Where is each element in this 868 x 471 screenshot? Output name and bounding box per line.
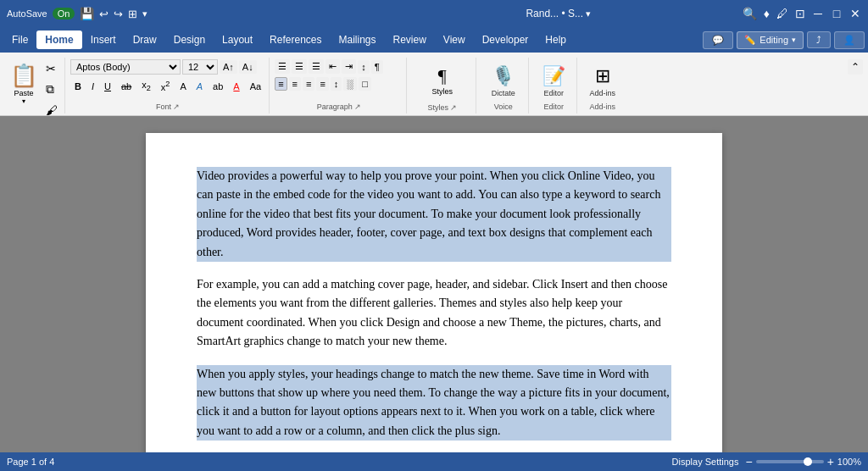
menu-developer[interactable]: Developer xyxy=(474,30,537,49)
voice-group: 🎙️ Dictate Voice xyxy=(478,58,529,114)
paragraph-expand-btn[interactable]: ↗ xyxy=(354,103,361,111)
more-commands-icon[interactable]: ▾ xyxy=(142,8,147,19)
paste-icon: 📋 xyxy=(10,63,37,89)
paragraph-2: For example, you can add a matching cove… xyxy=(197,275,671,352)
font-group: Aptos (Body) 12 A↑ A↓ B I U ab x2 x2 A xyxy=(67,58,270,114)
font-family-select[interactable]: Aptos (Body) xyxy=(70,59,181,75)
italic-button[interactable]: I xyxy=(87,80,98,93)
paste-button[interactable]: 📋 Paste ▾ xyxy=(7,59,41,108)
comment-icon: 💬 xyxy=(712,35,724,46)
menu-layout[interactable]: Layout xyxy=(214,30,261,49)
layout-icon[interactable]: ⊞ xyxy=(128,8,137,20)
zoom-minus-button[interactable]: − xyxy=(745,455,752,468)
window-layout-icon[interactable]: ⊡ xyxy=(795,7,805,20)
menu-references[interactable]: References xyxy=(261,30,330,49)
styles-group: ¶ Styles Styles ↗ xyxy=(409,58,476,114)
show-formatting-button[interactable]: ¶ xyxy=(371,60,383,74)
subscript-button[interactable]: x2 xyxy=(137,78,155,94)
autosave-toggle[interactable]: On xyxy=(53,8,75,19)
dictate-button[interactable]: 🎙️ Dictate xyxy=(485,61,522,102)
redo-icon[interactable]: ↪ xyxy=(114,8,123,20)
autosave-label: AutoSave xyxy=(7,8,47,19)
bold-button[interactable]: B xyxy=(70,80,86,93)
zoom-slider[interactable] xyxy=(756,460,824,463)
menu-review[interactable]: Review xyxy=(385,30,435,49)
maximize-btn[interactable]: □ xyxy=(831,8,843,19)
clear-formatting-button[interactable]: A xyxy=(175,80,190,93)
shading-button[interactable]: ░ xyxy=(343,77,357,91)
underline-button[interactable]: U xyxy=(100,80,115,93)
font-size-select[interactable]: 12 xyxy=(182,59,218,75)
pencil-icon: ✏️ xyxy=(744,35,756,46)
multilevel-list-button[interactable]: ☰ xyxy=(309,59,324,74)
align-center-button[interactable]: ≡ xyxy=(289,77,301,91)
font-color-button[interactable]: A xyxy=(229,80,243,93)
menu-view[interactable]: View xyxy=(435,30,474,49)
zoom-plus-button[interactable]: + xyxy=(827,455,834,468)
save-icon[interactable]: 💾 xyxy=(80,7,94,20)
collapse-ribbon-button[interactable]: ⌃ xyxy=(848,59,863,75)
display-settings-button[interactable]: Display Settings xyxy=(672,457,739,467)
decrease-font-size-btn[interactable]: A↓ xyxy=(239,60,257,74)
main-area: Video provides a powerful way to help yo… xyxy=(0,116,868,452)
styles-expand-btn[interactable]: ↗ xyxy=(450,103,457,112)
justify-button[interactable]: ≡ xyxy=(316,77,328,91)
status-bar: Page 1 of 4 Display Settings − + 100% xyxy=(0,452,868,471)
editing-mode-button[interactable]: ✏️ Editing ▾ xyxy=(737,31,804,49)
menu-file[interactable]: File xyxy=(3,30,36,49)
menu-insert[interactable]: Insert xyxy=(82,30,125,49)
font-expand-btn[interactable]: ↗ xyxy=(173,103,180,111)
addins-icon: ⊞ xyxy=(595,65,610,87)
chevron-down-icon: ▾ xyxy=(792,36,796,44)
microphone-icon: 🎙️ xyxy=(492,65,515,87)
menu-draw[interactable]: Draw xyxy=(125,30,165,49)
document-scroll-area[interactable]: Video provides a powerful way to help yo… xyxy=(0,116,868,452)
zoom-thumb xyxy=(804,457,812,466)
increase-indent-button[interactable]: ⇥ xyxy=(342,59,356,74)
menu-mailings[interactable]: Mailings xyxy=(330,30,384,49)
close-btn[interactable]: ✕ xyxy=(849,8,861,19)
cut-button[interactable]: ✂ xyxy=(42,59,61,78)
decrease-indent-button[interactable]: ⇤ xyxy=(326,59,340,74)
editor-button[interactable]: 📝 Editor xyxy=(535,61,572,102)
ribbon: 📋 Paste ▾ ✂ ⧉ 🖌 Clipboard ↗ A xyxy=(0,53,868,116)
styles-gallery-button[interactable]: ¶ Styles xyxy=(419,61,466,100)
text-effects-button[interactable]: A xyxy=(192,80,207,93)
align-left-button[interactable]: ≡ xyxy=(275,77,287,91)
undo-icon[interactable]: ↩ xyxy=(99,8,108,20)
share-button[interactable]: ⤴ xyxy=(807,31,831,48)
menu-design[interactable]: Design xyxy=(165,30,214,49)
minimize-btn[interactable]: ─ xyxy=(812,8,824,19)
menu-bar-right: 💬 ✏️ Editing ▾ ⤴ 👤 xyxy=(703,31,865,49)
bullets-button[interactable]: ☰ xyxy=(275,59,290,74)
user-profile-button[interactable]: 👤 xyxy=(834,31,865,49)
clipboard-group: 📋 Paste ▾ ✂ ⧉ 🖌 Clipboard ↗ xyxy=(3,58,65,114)
title-bar: AutoSave On 💾 ↩ ↪ ⊞ ▾ Rand... • S... ▾ 🔍… xyxy=(0,0,868,27)
menu-help[interactable]: Help xyxy=(537,30,575,49)
addins-button[interactable]: ⊞ Add-ins xyxy=(583,61,621,102)
copy-button[interactable]: ⧉ xyxy=(42,80,61,99)
user-icon: 👤 xyxy=(843,35,855,46)
comment-button[interactable]: 💬 xyxy=(703,31,733,49)
line-spacing-button[interactable]: ↕ xyxy=(331,77,342,91)
increase-font-size-btn[interactable]: A↑ xyxy=(220,60,237,74)
document-title: Rand... • S... ▾ xyxy=(375,8,743,19)
superscript-button[interactable]: x2 xyxy=(157,78,175,94)
menu-home[interactable]: Home xyxy=(36,30,81,49)
text-highlight-button[interactable]: ab xyxy=(209,80,227,93)
editor-group: 📝 Editor Editor xyxy=(531,58,577,114)
title-bar-left: AutoSave On 💾 ↩ ↪ ⊞ ▾ xyxy=(7,7,375,20)
zoom-level[interactable]: 100% xyxy=(837,457,861,467)
strikethrough-button[interactable]: ab xyxy=(117,80,136,93)
change-case-button[interactable]: Aa xyxy=(246,80,265,93)
pen-icon[interactable]: 🖊 xyxy=(776,7,788,20)
diamond-icon[interactable]: ♦ xyxy=(764,7,770,20)
align-right-button[interactable]: ≡ xyxy=(303,77,314,91)
borders-button[interactable]: □ xyxy=(359,77,371,91)
numbering-button[interactable]: ☰ xyxy=(292,59,307,74)
paragraph-group: ☰ ☰ ☰ ⇤ ⇥ ↕ ¶ ≡ ≡ ≡ ≡ ↕ ░ □ xyxy=(271,58,407,114)
sort-button[interactable]: ↕ xyxy=(358,60,370,74)
scroll-container: Video provides a powerful way to help yo… xyxy=(0,116,868,452)
search-icon[interactable]: 🔍 xyxy=(743,7,757,20)
paragraph-1: Video provides a powerful way to help yo… xyxy=(197,167,671,262)
